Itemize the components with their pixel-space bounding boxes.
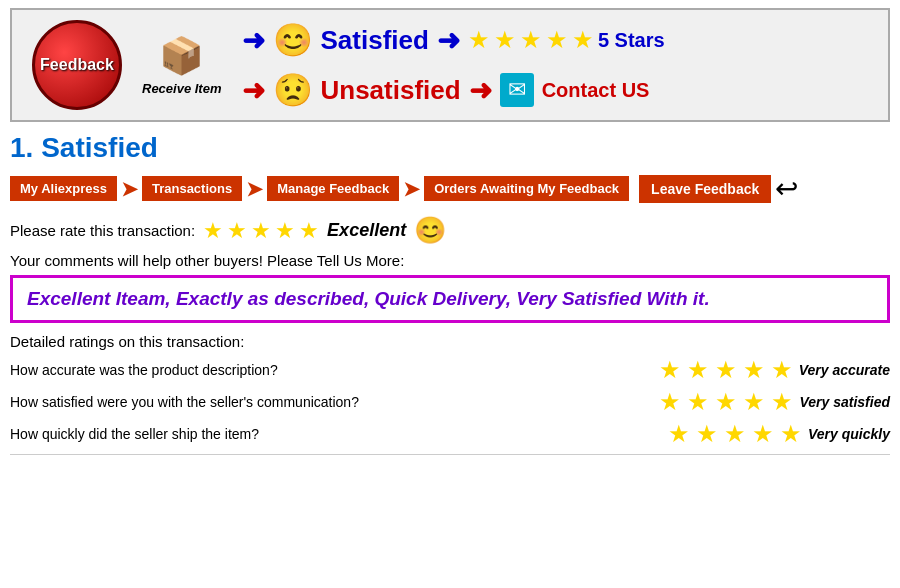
detail-star-2-2: ★ [687, 388, 709, 416]
rating-stars-label-3: ★★★★★Very quickly [668, 420, 890, 448]
rating-question-1: How accurate was the product description… [10, 362, 649, 378]
excellent-text: Excellent [327, 220, 406, 241]
rating-answer-2: Very satisfied [799, 394, 890, 410]
receive-label: Receive Item [142, 81, 222, 96]
five-stars-row: ★ ★ ★ ★ ★ 5 Stars [468, 26, 665, 54]
detail-star-3-1: ★ [668, 420, 690, 448]
detailed-label: Detailed ratings on this transaction: [10, 333, 890, 350]
unsatisfied-text: Unsatisfied [321, 75, 461, 106]
rate-row: Please rate this transaction: ★ ★ ★ ★ ★ … [10, 215, 890, 246]
detail-star-1-1: ★ [659, 356, 681, 384]
detail-star-2-5: ★ [771, 388, 793, 416]
rate-star-5: ★ [299, 218, 319, 244]
detail-star-2-4: ★ [743, 388, 765, 416]
orders-awaiting-btn[interactable]: Orders Awaiting My Feedback [424, 176, 629, 201]
bottom-rule [10, 454, 890, 455]
detail-star-3-4: ★ [752, 420, 774, 448]
rate-star-2: ★ [227, 218, 247, 244]
rate-label: Please rate this transaction: [10, 222, 195, 239]
star-2: ★ [494, 26, 516, 54]
detail-star-3-5: ★ [780, 420, 802, 448]
comments-label: Your comments will help other buyers! Pl… [10, 252, 890, 269]
rating-row-1: How accurate was the product description… [10, 356, 890, 384]
arrow-red-1: ➜ [242, 74, 265, 107]
section-title: 1. Satisfied [10, 132, 890, 164]
star-4: ★ [546, 26, 568, 54]
curved-arrow-icon: ↩ [775, 172, 798, 205]
feedback-label: Feedback [40, 56, 114, 74]
rating-question-3: How quickly did the seller ship the item… [10, 426, 658, 442]
detail-star-1-5: ★ [771, 356, 793, 384]
rating-question-2: How satisfied were you with the seller's… [10, 394, 649, 410]
rating-answer-3: Very quickly [808, 426, 890, 442]
detail-star-2-3: ★ [715, 388, 737, 416]
detail-star-1-2: ★ [687, 356, 709, 384]
receive-item-section: 📦 Receive Item [142, 35, 222, 96]
rate-star-4: ★ [275, 218, 295, 244]
transactions-btn[interactable]: Transactions [142, 176, 242, 201]
detail-star-3-3: ★ [724, 420, 746, 448]
envelope-icon: ✉ [500, 73, 534, 107]
rating-stars-label-1: ★★★★★Very accurate [659, 356, 890, 384]
rating-answer-1: Very accurate [799, 362, 890, 378]
breadcrumb-arrow-1: ➤ [121, 177, 138, 201]
top-banner: Feedback 📦 Receive Item ➜ 😊 Satisfied ➜ … [10, 8, 890, 122]
satisfied-row: ➜ 😊 Satisfied ➜ ★ ★ ★ ★ ★ 5 Stars [242, 21, 665, 59]
happy-smiley: 😊 [273, 21, 313, 59]
detail-star-1-4: ★ [743, 356, 765, 384]
satisfied-text: Satisfied [321, 25, 429, 56]
five-stars-text: 5 Stars [598, 29, 665, 52]
arrow-red-2: ➜ [469, 74, 492, 107]
sad-smiley: 😟 [273, 71, 313, 109]
flow-section: ➜ 😊 Satisfied ➜ ★ ★ ★ ★ ★ 5 Stars ➜ 😟 Un… [242, 21, 665, 109]
rate-smiley: 😊 [414, 215, 446, 246]
breadcrumb-arrow-2: ➤ [246, 177, 263, 201]
star-5: ★ [572, 26, 594, 54]
breadcrumb-row: My Aliexpress ➤ Transactions ➤ Manage Fe… [10, 172, 890, 205]
my-aliexpress-btn[interactable]: My Aliexpress [10, 176, 117, 201]
arrow-blue-1: ➜ [242, 24, 265, 57]
breadcrumb-arrow-3: ➤ [403, 177, 420, 201]
detail-star-2-1: ★ [659, 388, 681, 416]
comment-text: Excellent Iteam, Exactly as described, Q… [27, 288, 710, 309]
unsatisfied-row: ➜ 😟 Unsatisfied ➜ ✉ Contact US [242, 71, 665, 109]
detail-star-1-3: ★ [715, 356, 737, 384]
rating-row-2: How satisfied were you with the seller's… [10, 388, 890, 416]
rate-star-1: ★ [203, 218, 223, 244]
leave-feedback-btn[interactable]: Leave Feedback [639, 175, 771, 203]
detail-star-3-2: ★ [696, 420, 718, 448]
rating-row-3: How quickly did the seller ship the item… [10, 420, 890, 448]
rate-stars: ★ ★ ★ ★ ★ [203, 218, 319, 244]
rating-rows-container: How accurate was the product description… [0, 356, 900, 448]
package-icon: 📦 [159, 35, 204, 77]
arrow-blue-2: ➜ [437, 24, 460, 57]
rate-star-3: ★ [251, 218, 271, 244]
rating-stars-label-2: ★★★★★Very satisfied [659, 388, 890, 416]
manage-feedback-btn[interactable]: Manage Feedback [267, 176, 399, 201]
star-1: ★ [468, 26, 490, 54]
feedback-circle: Feedback [32, 20, 122, 110]
contact-us-text: Contact US [542, 79, 650, 102]
comment-box: Excellent Iteam, Exactly as described, Q… [10, 275, 890, 323]
star-3: ★ [520, 26, 542, 54]
